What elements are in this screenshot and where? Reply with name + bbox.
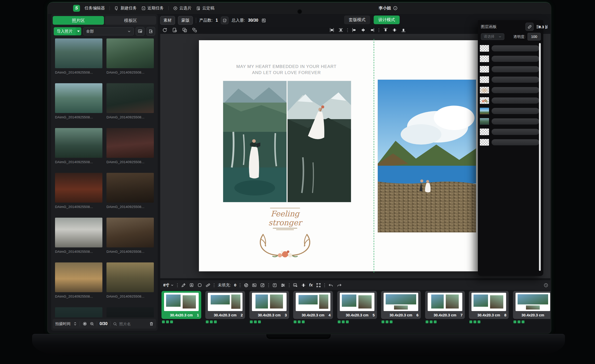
undo-icon[interactable] — [328, 283, 333, 288]
menu-cloud-final[interactable]: 云定稿 — [196, 6, 214, 11]
layer-name-bar[interactable] — [492, 118, 539, 124]
tab-photo-area[interactable]: 照片区 — [53, 16, 104, 25]
page-size-dropdown[interactable]: 8寸 — [163, 283, 174, 288]
history-file-icon[interactable] — [172, 27, 177, 33]
info-icon[interactable] — [393, 6, 398, 10]
photo-thumbnail[interactable] — [55, 262, 102, 292]
photo-item[interactable] — [106, 307, 154, 317]
photo-item[interactable] — [55, 307, 102, 317]
import-photos-label[interactable]: 导入照片 — [54, 27, 76, 35]
photo-thumbnail[interactable] — [106, 38, 154, 68]
page-card-6[interactable]: 30.4x20.3 cm 6 — [381, 291, 421, 319]
photo-thumbnail[interactable] — [106, 83, 154, 113]
trash-icon[interactable] — [149, 321, 154, 326]
mask-shape-icon[interactable] — [197, 283, 202, 288]
photo-item[interactable]: DAimG_20140925508... — [55, 262, 102, 307]
photo-item[interactable]: DAimG_20140925508... — [55, 173, 102, 218]
remove-photo-icon[interactable] — [293, 283, 298, 288]
layer-name-bar[interactable] — [492, 45, 539, 51]
sort-direction-icon[interactable] — [73, 321, 77, 326]
photo-item[interactable]: DAimG_20140925508... — [55, 83, 102, 128]
photo-filter-select[interactable]: 全部 — [83, 27, 134, 35]
photo-frame-lakeshore-couple[interactable] — [378, 80, 476, 232]
edit-pencil-icon[interactable] — [181, 283, 186, 288]
photo-thumbnail[interactable] — [55, 38, 102, 68]
swap-layout-icon[interactable] — [192, 27, 197, 33]
album-preview-icon[interactable] — [261, 18, 266, 23]
layer-row[interactable] — [478, 127, 543, 137]
design-mode-button[interactable]: 设计模式 — [374, 16, 400, 24]
align-horizontal-center-icon[interactable] — [361, 27, 366, 33]
photo-thumbnail[interactable] — [106, 307, 154, 317]
menu-new-task[interactable]: 新建任务 — [114, 6, 137, 11]
page-card-4[interactable]: 30.4x20.3 cm 4 — [293, 291, 333, 319]
refresh-icon[interactable] — [162, 27, 167, 33]
layer-row[interactable] — [478, 53, 543, 64]
transform-icon[interactable] — [316, 283, 321, 288]
photo-frame-waterfall-couple[interactable] — [223, 81, 287, 202]
photo-thumbnail[interactable] — [106, 218, 154, 247]
photo-thumbnail[interactable] — [55, 83, 102, 113]
layer-name-bar[interactable] — [492, 108, 539, 114]
tab-template-area[interactable]: 模板区 — [105, 16, 156, 25]
layer-name-bar[interactable] — [492, 77, 539, 83]
page-card-5[interactable]: 30.4x20.3 cm 5 — [337, 291, 377, 319]
text-template-icon[interactable] — [189, 283, 194, 288]
photo-thumbnail[interactable] — [55, 218, 102, 247]
menu-recent-task[interactable]: 近期任务 — [141, 6, 164, 11]
photo-item[interactable]: DAimG_20140925508... — [106, 83, 154, 128]
menu-cloud-select[interactable]: 云选片 — [173, 6, 192, 11]
photo-search[interactable] — [113, 321, 147, 326]
album-spread[interactable]: MAY MY HEART EMBEDDED IN YOUR HEART AND … — [199, 40, 478, 271]
text-box-icon[interactable] — [272, 283, 277, 288]
align-vertical-center-icon[interactable] — [392, 27, 397, 33]
user-account[interactable]: 李小姐 — [379, 2, 398, 14]
export-image-button[interactable] — [136, 27, 144, 36]
layer-row[interactable] — [478, 64, 543, 74]
effects-button[interactable]: fx — [309, 283, 313, 287]
page-card-3[interactable]: 30.4x20.3 cm 3 — [249, 291, 289, 319]
page-card-1[interactable]: 30.4x20.3 cm 1 — [161, 291, 201, 319]
layer-row[interactable] — [478, 106, 543, 116]
photo-thumbnail[interactable] — [106, 173, 154, 203]
opacity-input[interactable] — [528, 33, 541, 40]
page-card-8[interactable]: 30.4x20.3 cm 8 — [469, 291, 509, 319]
layer-name-bar[interactable] — [492, 56, 539, 62]
photo-thumbnail[interactable] — [55, 128, 102, 158]
photo-item[interactable]: DAimG_20140925508... — [55, 38, 102, 83]
layer-name-bar[interactable] — [492, 66, 539, 72]
aperture-icon[interactable] — [244, 283, 249, 288]
add-product-button[interactable] — [221, 17, 228, 24]
spread-headline-text[interactable]: MAY MY HEART EMBEDDED IN YOUR HEART AND … — [199, 64, 374, 76]
photo-item[interactable]: DAimG_20140925508... — [106, 218, 154, 262]
template-mode-button[interactable]: 套版模式 — [344, 16, 370, 24]
layer-name-bar[interactable] — [492, 87, 539, 93]
photo-name-search-input[interactable] — [119, 321, 143, 326]
photo-item[interactable]: DAimG_20140925508... — [106, 128, 154, 173]
photo-item[interactable]: DAimG_20140925508... — [106, 262, 154, 307]
layer-row[interactable] — [478, 95, 543, 106]
photo-thumbnail[interactable] — [55, 173, 102, 203]
photo-item[interactable]: DAimG_20140925508... — [55, 218, 102, 262]
app-logo[interactable]: S — [73, 5, 80, 12]
photo-frame-bride-on-rock[interactable] — [288, 81, 351, 202]
redo-icon[interactable] — [337, 283, 342, 288]
material-button[interactable]: 素材 — [160, 16, 175, 25]
photo-item[interactable]: DAimG_20140925508... — [106, 173, 154, 218]
sort-by-capture-time[interactable]: 拍摄时间 — [55, 321, 71, 326]
align-top-icon[interactable] — [383, 27, 388, 33]
layer-row[interactable] — [478, 85, 543, 95]
history-clock-icon[interactable] — [544, 283, 548, 288]
layer-row[interactable] — [478, 74, 543, 85]
layers-scrollbar[interactable] — [539, 43, 541, 271]
mask-button[interactable]: 蒙版 — [178, 16, 193, 25]
align-bottom-icon[interactable] — [401, 27, 406, 33]
layer-name-bar[interactable] — [492, 139, 539, 145]
photo-thumbnail[interactable] — [55, 307, 102, 317]
photo-thumbnail[interactable] — [106, 262, 154, 292]
layer-name-bar[interactable] — [492, 97, 539, 104]
fill-photo-icon[interactable] — [252, 283, 257, 288]
link-layers-button[interactable] — [525, 23, 534, 31]
decor-antler-floral[interactable]: Feeling stronger — [255, 207, 315, 257]
fit-photo-icon[interactable] — [260, 283, 265, 288]
